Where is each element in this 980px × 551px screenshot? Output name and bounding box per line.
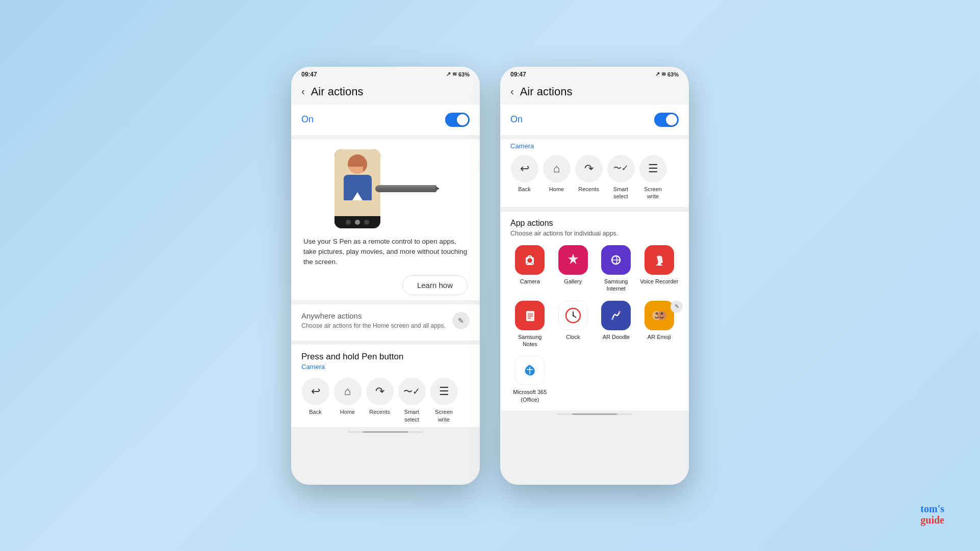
app-icon-voice-recorder[interactable] bbox=[644, 245, 674, 275]
status-bar-2: 09:47 ↗ ≋ 63% bbox=[500, 67, 689, 80]
phone-1: 09:47 ↗ ≋ 63% ‹ Air actions On bbox=[291, 67, 480, 485]
app-item-samsung-internet: Samsung Internet bbox=[597, 245, 636, 293]
app-icon-ar-emoji[interactable] bbox=[644, 301, 674, 330]
svg-point-0 bbox=[527, 257, 533, 264]
app-icon-gallery[interactable] bbox=[558, 245, 588, 275]
toggle-row-1: On bbox=[291, 104, 480, 135]
action-label-screen-write: Screenwrite bbox=[435, 408, 453, 423]
action-circle-screen-write[interactable]: ☰ bbox=[430, 378, 458, 405]
toggle-label-2: On bbox=[510, 114, 523, 125]
action-label-recents: Recents bbox=[369, 408, 390, 415]
pen-action-icons-row: ↩ Back ⌂ Home ↷ Recents 〜✓ bbox=[301, 378, 470, 423]
back-button-2[interactable]: ‹ bbox=[510, 86, 514, 97]
status-icons-1: ↗ ≋ 63% bbox=[446, 71, 470, 77]
pen-section-title: Press and hold Pen button bbox=[301, 352, 470, 362]
anywhere-actions-card: Anywhere actions Choose air actions for … bbox=[291, 304, 480, 340]
page-header-2: ‹ Air actions bbox=[500, 80, 689, 104]
app-icon-samsung-internet[interactable] bbox=[601, 245, 631, 275]
avatar-body bbox=[344, 175, 372, 200]
toggle-switch-2[interactable] bbox=[654, 113, 679, 127]
scroll-indicator-1 bbox=[348, 431, 423, 433]
app-label-microsoft: Microsoft 365 (Office) bbox=[510, 388, 550, 403]
anywhere-subtitle: Choose air actions for the Home screen a… bbox=[301, 322, 446, 329]
app-actions-title: App actions bbox=[510, 219, 679, 228]
cam-action-recents: ↷ Recents bbox=[575, 155, 603, 193]
app-icon-clock[interactable] bbox=[558, 301, 588, 330]
app-label-voice-recorder: Voice Recorder bbox=[640, 278, 678, 285]
action-circle-home[interactable]: ⌂ bbox=[334, 378, 362, 405]
cam-circle-recents[interactable]: ↷ bbox=[575, 155, 603, 182]
status-icons-2: ↗ ≋ 63% bbox=[655, 71, 679, 77]
svg-point-18 bbox=[660, 312, 663, 314]
toms-label: tom's bbox=[920, 503, 944, 514]
action-circle-recents[interactable]: ↷ bbox=[366, 378, 394, 405]
cam-action-home: ⌂ Home bbox=[543, 155, 571, 193]
time-1: 09:47 bbox=[301, 71, 317, 78]
page-header-1: ‹ Air actions bbox=[291, 80, 480, 104]
cam-label-screen-write: Screenwrite bbox=[644, 186, 662, 200]
svg-point-17 bbox=[655, 312, 658, 314]
pen-section-subtitle: Camera bbox=[301, 363, 470, 371]
app-actions-section: App actions Choose air actions for indiv… bbox=[500, 212, 689, 410]
avatar-head bbox=[348, 154, 367, 174]
svg-point-12 bbox=[572, 314, 574, 316]
toggle-row-2: On bbox=[500, 104, 689, 135]
app-label-ar-emoji: AR Emoji bbox=[648, 333, 671, 340]
app-label-camera: Camera bbox=[520, 278, 540, 285]
toggle-switch-1[interactable] bbox=[445, 113, 470, 127]
wifi-icon-2: ≋ bbox=[661, 71, 666, 77]
learn-how-button[interactable]: Learn how bbox=[402, 275, 468, 295]
anywhere-actions-title: Anywhere actions Choose air actions for … bbox=[301, 311, 446, 329]
app-label-clock: Clock bbox=[566, 333, 580, 340]
app-grid: Camera Gallery bbox=[510, 245, 679, 403]
svg-point-14 bbox=[618, 311, 621, 313]
time-2: 09:47 bbox=[510, 71, 526, 78]
edit-anywhere-button[interactable]: ✎ bbox=[452, 312, 470, 329]
back-button-1[interactable]: ‹ bbox=[301, 86, 305, 97]
status-bar-1: 09:47 ↗ ≋ 63% bbox=[291, 67, 480, 80]
cam-label-smart-select: Smartselect bbox=[613, 186, 628, 200]
avatar-figure bbox=[340, 154, 375, 211]
app-icon-samsung-notes[interactable] bbox=[515, 301, 545, 330]
camera-label: Camera bbox=[510, 142, 679, 150]
cam-label-back: Back bbox=[518, 186, 530, 193]
phone2-content: On Camera ↩ Back ⌂ Home bbox=[500, 104, 689, 485]
app-icon-camera[interactable] bbox=[515, 245, 545, 275]
app-item-microsoft: Microsoft 365 (Office) bbox=[510, 356, 550, 403]
camera-dot-1 bbox=[346, 220, 351, 225]
action-icon-screen-write: ☰ Screenwrite bbox=[430, 378, 458, 423]
signal-icon-2: ↗ bbox=[655, 71, 660, 77]
app-item-gallery: Gallery bbox=[554, 245, 593, 293]
wifi-icon: ≋ bbox=[452, 71, 457, 77]
edit-ar-emoji-button[interactable]: ✎ bbox=[670, 301, 683, 313]
anywhere-title-label: Anywhere actions bbox=[301, 311, 446, 320]
app-icon-ar-doodle[interactable] bbox=[601, 301, 631, 330]
avatar-hair-side bbox=[363, 160, 367, 174]
toggle-label-1: On bbox=[301, 114, 314, 125]
battery-2: 63% bbox=[667, 71, 679, 77]
cam-circle-back[interactable]: ↩ bbox=[511, 155, 538, 182]
mini-phone bbox=[334, 149, 380, 228]
svg-rect-4 bbox=[656, 265, 662, 266]
description-text: Use your S Pen as a remote control to op… bbox=[301, 237, 470, 268]
page-title-2: Air actions bbox=[520, 85, 573, 98]
phone1-content: On bbox=[291, 104, 480, 485]
scroll-indicator-2 bbox=[557, 413, 632, 415]
app-icon-microsoft[interactable] bbox=[515, 356, 545, 385]
cam-circle-smart-select[interactable]: 〜✓ bbox=[607, 155, 635, 182]
action-circle-smart-select[interactable]: 〜✓ bbox=[398, 378, 426, 405]
app-item-voice-recorder: Voice Recorder bbox=[640, 245, 679, 293]
app-actions-subtitle: Choose air actions for individual apps. bbox=[510, 230, 679, 237]
app-item-camera: Camera bbox=[510, 245, 550, 293]
svg-point-13 bbox=[611, 318, 613, 320]
action-label-back: Back bbox=[309, 408, 321, 415]
illustration-area: Use your S Pen as a remote control to op… bbox=[291, 139, 480, 301]
action-circle-back[interactable]: ↩ bbox=[302, 378, 329, 405]
cam-action-back: ↩ Back bbox=[510, 155, 538, 193]
battery-1: 63% bbox=[458, 71, 470, 77]
cam-circle-home[interactable]: ⌂ bbox=[543, 155, 571, 182]
cam-circle-screen-write[interactable]: ☰ bbox=[639, 155, 667, 182]
action-label-home: Home bbox=[340, 408, 355, 415]
scroll-bar-2 bbox=[572, 413, 617, 415]
action-label-smart-select: Smartselect bbox=[404, 408, 419, 423]
